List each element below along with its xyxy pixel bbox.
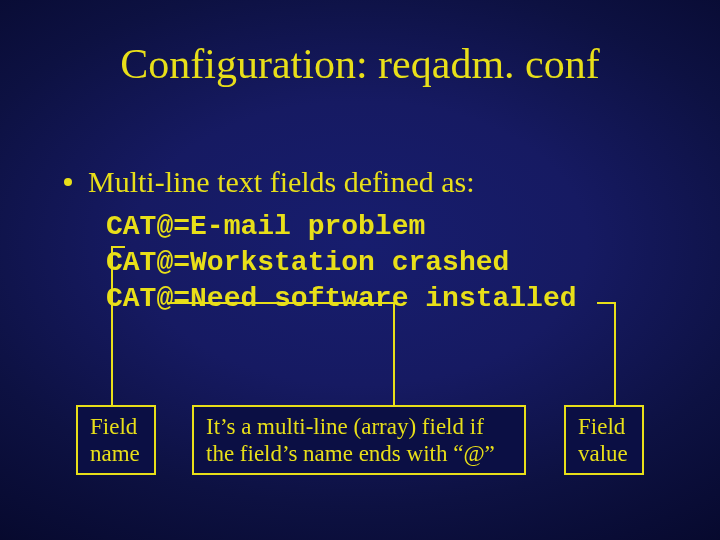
bullet-text: Multi-line text fields defined as:: [88, 165, 475, 198]
code-field-name: CAT@: [106, 211, 173, 242]
code-field-value: Need software installed: [190, 283, 576, 314]
bullet-dot-icon: [64, 178, 72, 186]
code-field-value: E-mail problem: [190, 211, 425, 242]
code-separator: =: [173, 247, 190, 278]
slide: Configuration: reqadm. conf Multi-line t…: [0, 0, 720, 540]
code-separator: =: [173, 211, 190, 242]
code-field-value: Workstation crashed: [190, 247, 509, 278]
code-field-name: CAT@: [106, 247, 173, 278]
callout-multiline-note: It’s a multi-line (array) field if the f…: [192, 405, 526, 475]
code-field-name: CAT@: [106, 283, 173, 314]
bullet-item: Multi-line text fields defined as:: [64, 165, 475, 199]
callout-field-name: Field name: [76, 405, 156, 475]
code-separator: =: [173, 283, 190, 314]
callout-field-value: Field value: [564, 405, 644, 475]
code-block: CAT@=E-mail problem CAT@=Workstation cra…: [106, 209, 577, 317]
slide-title: Configuration: reqadm. conf: [0, 40, 720, 88]
